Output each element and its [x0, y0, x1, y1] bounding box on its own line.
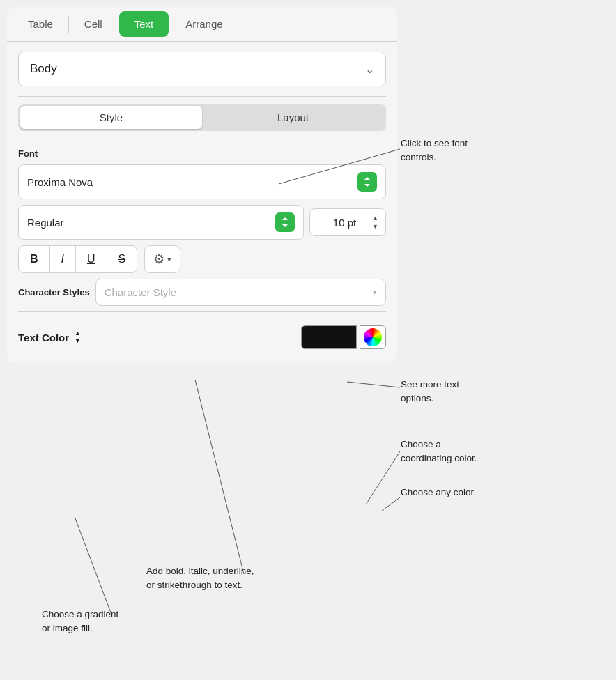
format-row: B I U S ⚙ ▾	[18, 245, 386, 273]
bold-button[interactable]: B	[19, 246, 50, 272]
format-buttons-group: B I U S	[18, 245, 137, 273]
more-options-chevron-icon: ▾	[167, 255, 171, 264]
character-styles-label: Character Styles	[18, 287, 90, 298]
stepper-up-icon[interactable]: ▲	[372, 215, 378, 222]
tab-cell[interactable]: Cell	[70, 8, 116, 40]
gear-icon: ⚙	[153, 252, 164, 267]
toggle-style[interactable]: Style	[20, 106, 202, 129]
font-style-label: Regular	[27, 217, 275, 229]
font-style-spinner-icon	[280, 216, 290, 229]
style-layout-toggle: Style Layout	[18, 104, 386, 131]
italic-button[interactable]: I	[50, 246, 76, 272]
character-style-placeholder: Character Style	[105, 286, 373, 298]
tab-table[interactable]: Table	[14, 8, 67, 40]
color-wheel-icon	[364, 328, 382, 346]
text-color-stepper-up-icon[interactable]: ▲	[75, 330, 81, 337]
svg-line-1	[347, 382, 400, 387]
text-color-text: Text Color	[18, 332, 69, 343]
divider-1	[18, 96, 386, 97]
spinner-icon	[362, 176, 372, 188]
color-picker-button[interactable]	[360, 325, 386, 349]
character-style-dropdown[interactable]: Character Style ▾	[95, 279, 386, 306]
font-style-selector[interactable]: Regular	[18, 205, 304, 240]
font-section-label: Font	[18, 148, 386, 159]
tab-divider-1	[68, 16, 69, 33]
strikethrough-button[interactable]: S	[107, 246, 137, 272]
svg-line-4	[195, 380, 244, 574]
font-style-spinner[interactable]	[275, 212, 295, 232]
divider-3	[18, 311, 386, 312]
callout-more-options: See more textoptions.	[401, 378, 459, 405]
font-family-spinner[interactable]	[357, 172, 377, 192]
underline-button[interactable]: U	[76, 246, 107, 272]
paragraph-style-label: Body	[30, 62, 57, 76]
character-style-chevron-icon: ▾	[373, 288, 377, 297]
callout-coordinating-color: Choose acoordinating color.	[401, 438, 477, 465]
chevron-down-icon: ⌄	[365, 63, 374, 76]
paragraph-style-dropdown[interactable]: Body ⌄	[18, 52, 386, 86]
tab-text[interactable]: Text	[119, 11, 169, 37]
inspector-panel: Table Cell Text Arrange Body ⌄ Style Lay…	[7, 7, 397, 363]
callout-any-color: Choose any color.	[401, 486, 476, 500]
color-black-swatch[interactable]	[301, 325, 357, 349]
callout-bold-italic: Add bold, italic, underline,or strikethr…	[146, 564, 254, 592]
callout-gradient-fill: Choose a gradientor image fill.	[42, 608, 118, 635]
more-text-options-button[interactable]: ⚙ ▾	[144, 245, 180, 273]
font-family-selector[interactable]: Proxima Nova	[18, 164, 386, 199]
tab-bar: Table Cell Text Arrange	[7, 7, 397, 42]
panel-content: Body ⌄ Style Layout Font Proxima Nova	[7, 42, 397, 363]
stepper-down-icon[interactable]: ▼	[372, 223, 378, 231]
color-swatch-row	[301, 325, 386, 349]
divider-2	[18, 141, 386, 141]
character-styles-row: Character Styles Character Style ▾	[18, 279, 386, 306]
svg-line-3	[382, 497, 400, 511]
text-color-label: Text Color ▲ ▼	[18, 330, 81, 345]
text-color-row: Text Color ▲ ▼	[18, 318, 386, 349]
tab-arrange[interactable]: Arrange	[171, 8, 236, 40]
font-style-size-row: Regular 10 pt ▲ ▼	[18, 205, 386, 240]
font-size-box[interactable]: 10 pt ▲ ▼	[309, 208, 386, 237]
text-color-stepper-down-icon[interactable]: ▼	[75, 337, 81, 345]
svg-line-5	[75, 518, 111, 615]
font-family-name: Proxima Nova	[27, 176, 357, 188]
text-color-stepper[interactable]: ▲ ▼	[75, 330, 81, 345]
callout-font-controls: Click to see fontcontrols.	[401, 137, 468, 164]
font-size-stepper[interactable]: ▲ ▼	[372, 215, 378, 231]
svg-line-2	[366, 451, 400, 504]
toggle-layout[interactable]: Layout	[202, 106, 384, 129]
font-size-value: 10 pt	[317, 217, 372, 229]
